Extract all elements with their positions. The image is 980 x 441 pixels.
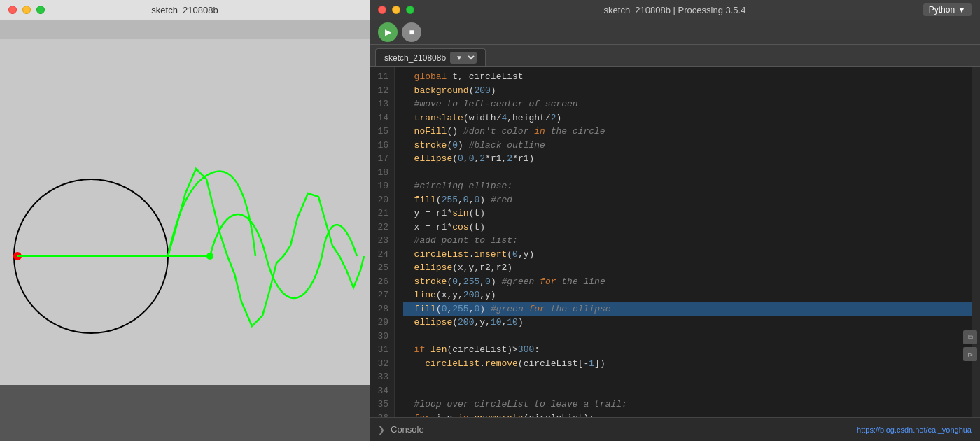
maximize-btn-right[interactable] <box>406 6 414 14</box>
sketch-canvas <box>0 20 370 441</box>
close-btn-left[interactable] <box>8 6 17 14</box>
tab-dropdown[interactable]: ▼ <box>450 52 477 64</box>
tab-bar: sketch_210808b ▼ <box>370 45 980 67</box>
code-line-27: line(x,y,200,y) <box>403 288 972 302</box>
minimize-btn-left[interactable] <box>22 6 31 14</box>
minimize-btn-right[interactable] <box>392 6 400 14</box>
right-panel: sketch_210808b | Processing 3.5.4 Python… <box>370 0 980 441</box>
code-line-29: ellipse(200,y,10,10) <box>403 316 972 330</box>
code-line-25: ellipse(x,y,r2,r2) <box>403 261 972 275</box>
code-line-35: #loop over circleList to leave a trail: <box>403 398 972 412</box>
console-icon: ❯ <box>378 425 385 435</box>
console-label: Console <box>391 424 424 435</box>
code-line-17: ellipse(0,0,2*r1,2*r1) <box>403 152 972 166</box>
code-line-12: background(200) <box>403 84 972 98</box>
code-line-33 <box>403 370 972 384</box>
code-line-22: x = r1*cos(t) <box>403 220 972 234</box>
close-btn-right[interactable] <box>378 6 386 14</box>
scrollbar[interactable] <box>972 67 980 417</box>
svg-rect-0 <box>0 39 370 441</box>
code-content[interactable]: global t, circleList background(200) #mo… <box>395 67 972 417</box>
code-line-34 <box>403 384 972 398</box>
code-line-36: for i,c in enumerate(circleList): <box>403 412 972 418</box>
code-line-26: stroke(0,255,0) #green for the line <box>403 275 972 289</box>
bottom-strip <box>0 385 370 441</box>
ide-titlebar: sketch_210808b | Processing 3.5.4 Python… <box>370 0 980 20</box>
console-url[interactable]: https://blog.csdn.net/cai_yonghua <box>857 426 972 434</box>
code-line-16: stroke(0) #black outline <box>403 139 972 153</box>
code-line-18 <box>403 166 972 180</box>
left-titlebar: sketch_210808b <box>0 0 370 20</box>
language-selector[interactable]: Python ▼ <box>923 4 972 16</box>
tab-label: sketch_210808b <box>384 53 446 63</box>
expand-icon[interactable]: ⊳ <box>963 347 977 361</box>
code-line-20: fill(255,0,0) #red <box>403 193 972 207</box>
code-line-13: #move to left-center of screen <box>403 97 972 111</box>
code-line-28: fill(0,255,0) #green for the ellipse <box>403 302 972 316</box>
maximize-btn-left[interactable] <box>36 6 45 14</box>
code-line-31: if len(circleList)>300: <box>403 343 972 357</box>
sketch-svg <box>0 39 370 441</box>
play-button[interactable]: ▶ <box>378 22 398 42</box>
active-tab[interactable]: sketch_210808b ▼ <box>375 48 486 66</box>
copy-icon[interactable]: ⧉ <box>963 330 977 344</box>
left-window-title: sketch_210808b <box>151 5 218 15</box>
ide-window-title: sketch_210808b | Processing 3.5.4 <box>604 5 746 15</box>
code-line-19: #circling ellipse: <box>403 179 972 193</box>
console-bar: ❯ Console https://blog.csdn.net/cai_yong… <box>370 417 980 441</box>
code-line-15: noFill() #don't color in the circle <box>403 125 972 139</box>
code-area[interactable]: 1112131415161718192021222324252627282930… <box>370 67 980 417</box>
code-line-32: circleList.remove(circleList[-1]) <box>403 357 972 371</box>
code-line-24: circleList.insert(0,y) <box>403 248 972 262</box>
line-numbers: 1112131415161718192021222324252627282930… <box>370 67 395 417</box>
code-line-14: translate(width/4,height/2) <box>403 111 972 125</box>
code-line-23: #add point to list: <box>403 234 972 248</box>
stop-button[interactable]: ■ <box>402 22 421 42</box>
code-line-11: global t, circleList <box>403 70 972 84</box>
right-icons: ⧉ ⊳ <box>963 330 977 361</box>
left-panel: sketch_210808b <box>0 0 370 441</box>
code-line-30 <box>403 330 972 344</box>
ide-toolbar: ▶ ■ <box>370 20 980 45</box>
code-line-21: y = r1*sin(t) <box>403 206 972 220</box>
